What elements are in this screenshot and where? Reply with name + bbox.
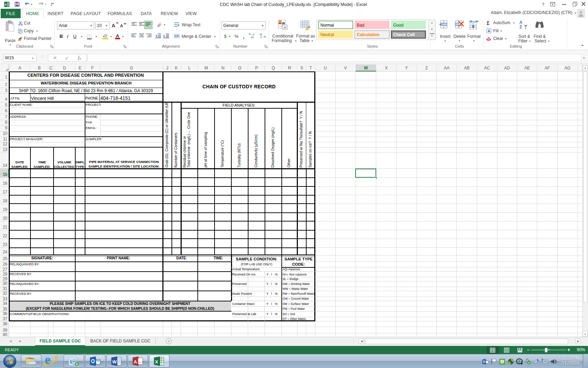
svg-text:≠: ≠ [284,25,286,29]
svg-text:.00: .00 [250,36,254,39]
svg-text:A: A [134,359,137,364]
svg-text:A: A [519,20,523,25]
svg-text:X: X [5,3,7,6]
svg-text:Z: Z [519,25,522,29]
svg-text:W: W [112,359,117,364]
svg-text:.0: .0 [252,33,254,36]
svg-text:X: X [155,359,158,364]
svg-text:.00: .00 [259,33,262,36]
svg-text:.0: .0 [260,36,262,39]
